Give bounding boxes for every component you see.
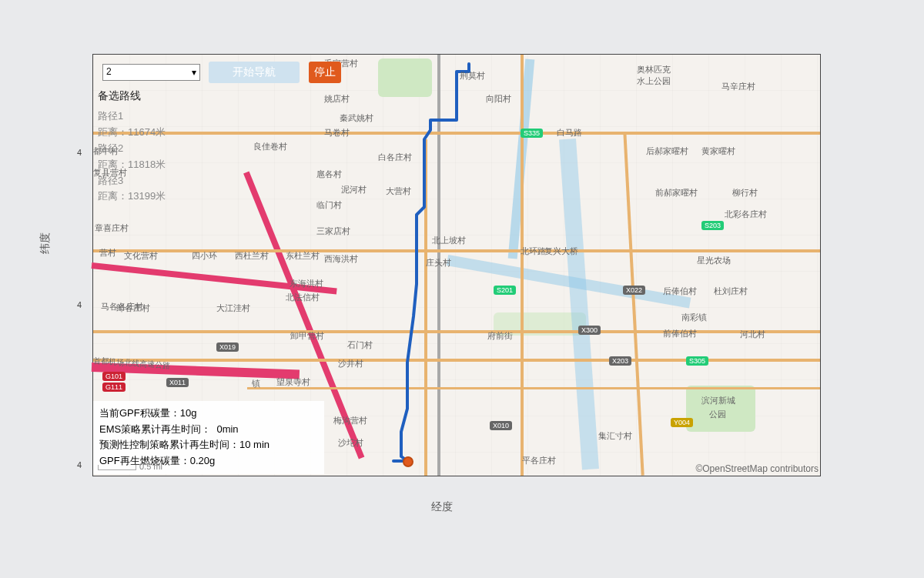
place-label: 南彩镇 xyxy=(681,312,707,323)
map-attribution: ©OpenStreetMap contributors xyxy=(695,463,819,474)
gpf-pred-value: 10 min xyxy=(239,439,270,450)
place-label: 向阳村 xyxy=(486,93,511,105)
y-tick: 4 xyxy=(77,300,82,309)
place-label: 公园 xyxy=(709,409,726,420)
place-label: 东海洪村 xyxy=(290,278,323,289)
stop-button[interactable]: 停止 xyxy=(309,62,341,83)
gpf-carbon-value: 10g xyxy=(180,407,197,419)
x-axis-label: 经度 xyxy=(431,500,453,514)
place-label: 望泉寺村 xyxy=(276,376,310,388)
y-axis-label: 纬度 xyxy=(38,232,52,254)
place-label: 郎各庄村 xyxy=(116,302,150,314)
dropdown-value: 2 xyxy=(106,66,112,77)
place-label: 奥林匹克 水上公园 xyxy=(637,64,671,87)
road xyxy=(424,139,427,476)
place-label: 柳行村 xyxy=(732,187,758,199)
place-label: 后俸伯村 xyxy=(663,286,697,297)
place-label: 三家店村 xyxy=(316,226,350,237)
place-label: 集汇寸村 xyxy=(598,430,632,442)
chevron-down-icon: ▾ xyxy=(192,67,196,78)
place-label: 马卷村 xyxy=(324,127,350,139)
map-scale: 0.5 mi xyxy=(98,462,162,471)
park-area xyxy=(378,58,432,97)
place-label: 北法信村 xyxy=(286,292,320,303)
place-label: 营村 xyxy=(99,247,116,259)
place-label: 星光农场 xyxy=(697,255,731,266)
place-label: 白各庄村 xyxy=(378,152,412,163)
place-label: 姚店村 xyxy=(324,93,350,105)
road-shield: X011 xyxy=(166,378,189,387)
start-navigation-button[interactable]: 开始导航 xyxy=(209,62,300,83)
gpf-ems-value: 0min xyxy=(216,423,238,435)
road-shield: S335 xyxy=(521,129,543,138)
place-label: 平各庄村 xyxy=(522,455,556,466)
route-option[interactable]: 路径3 距离：13199米 xyxy=(98,173,278,205)
place-label: 复兴大桥 xyxy=(544,246,578,257)
place-label: 荆莫村 xyxy=(460,70,485,82)
place-label: 沙井村 xyxy=(338,358,363,369)
place-label: 河北村 xyxy=(740,329,765,340)
place-label: 秦武姚村 xyxy=(340,112,373,124)
place-label: 四小环 xyxy=(192,250,217,262)
place-label: 庄头村 xyxy=(426,257,451,269)
place-label: 前郝家曜村 xyxy=(655,187,698,199)
place-label: 泥河村 xyxy=(341,184,367,195)
place-label: 镇 xyxy=(252,378,260,389)
place-label: 沙坨村 xyxy=(338,437,363,449)
road-shield: G111 xyxy=(102,383,126,392)
y-tick: 4 xyxy=(77,460,82,469)
route-name: 路径2 xyxy=(98,141,278,157)
road xyxy=(623,132,644,476)
vehicle-marker xyxy=(403,456,413,467)
road-shield: S203 xyxy=(701,221,724,230)
map-canvas[interactable]: G101 G111 S335 S203 S201 S305 X011 X019 … xyxy=(93,55,820,476)
route-select-dropdown[interactable]: 2 ▾ xyxy=(102,64,200,81)
place-label: 扈各村 xyxy=(316,169,342,180)
place-label: 石门村 xyxy=(347,339,373,351)
road xyxy=(93,330,820,333)
place-label: 前俸伯村 xyxy=(663,328,697,339)
road xyxy=(247,387,820,389)
place-label: 后郝家曜村 xyxy=(646,145,688,157)
place-label: 杜刘庄村 xyxy=(714,286,748,297)
road xyxy=(521,55,524,476)
road-shield: X300 xyxy=(578,326,601,335)
road-shield: X203 xyxy=(609,356,631,366)
place-label: 马辛庄村 xyxy=(721,81,755,92)
place-label: 文化营村 xyxy=(124,250,158,262)
place-label: 卸甲营村 xyxy=(290,330,324,342)
road-shield: S201 xyxy=(494,286,516,295)
river xyxy=(559,139,599,469)
place-label: 东杜兰村 xyxy=(286,250,320,262)
place-label: 梅沟营村 xyxy=(333,415,367,426)
road-shield: X022 xyxy=(623,286,645,295)
road xyxy=(93,359,820,362)
place-label: 白马路 xyxy=(557,127,582,139)
place-label: 西杜兰村 xyxy=(235,250,269,262)
route-name: 路径3 xyxy=(98,173,278,189)
route-options-title: 备选路线 xyxy=(98,87,278,104)
place-label: 北彩各庄村 xyxy=(725,209,767,220)
place-label: 北上坡村 xyxy=(432,235,466,246)
route-options-panel: 备选路线 路径1 距离：11674米 路径2 距离：11818米 路径3 距离：… xyxy=(93,87,278,205)
place-label: 黄家曜村 xyxy=(701,145,735,157)
route-option[interactable]: 路径1 距离：11674米 xyxy=(98,109,278,141)
road-shield: X010 xyxy=(490,421,512,430)
route-name: 路径1 xyxy=(98,109,278,125)
road-shield: S305 xyxy=(686,356,708,366)
road-shield: X019 xyxy=(216,342,239,352)
place-label: 大江洼村 xyxy=(216,302,250,314)
place-label: 府前街 xyxy=(487,330,513,342)
road-shield: G101 xyxy=(102,372,126,381)
route-option[interactable]: 路径2 距离：11818米 xyxy=(98,141,278,173)
place-label: 西海洪村 xyxy=(324,253,358,265)
y-tick: 4 xyxy=(77,148,82,157)
place-label: 大营村 xyxy=(386,185,411,197)
place-label: 滨河新城 xyxy=(701,395,735,406)
place-label: 北环路 xyxy=(521,246,546,257)
road-shield: Y004 xyxy=(671,418,693,427)
place-label: 临门村 xyxy=(316,199,342,211)
map-frame: G101 G111 S335 S203 S201 S305 X011 X019 … xyxy=(92,54,821,476)
place-label: 章喜庄村 xyxy=(95,222,129,234)
gpf-burn-value: 0.20g xyxy=(190,455,216,466)
